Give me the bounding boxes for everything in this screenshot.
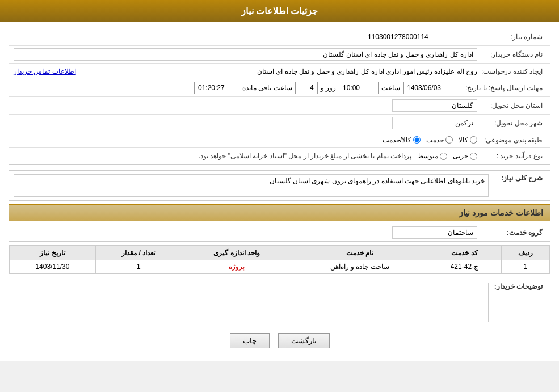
row-category: طبقه بندی موضوعی: کالا خدمت کالا/خدمت <box>9 132 550 148</box>
value-buyer-name: اداره کل راهداری و حمل و نقل جاده ای است… <box>14 48 477 61</box>
table-row: 1 ج-42-421 ساخت جاده و راه‌آهن پروژه 1 1… <box>10 260 550 273</box>
buttons-row: بازگشت چاپ <box>9 326 550 355</box>
buyer-desc-textarea[interactable] <box>14 283 489 322</box>
remain-label: ساعت باقی مانده <box>242 84 292 92</box>
services-table: ردیف کد خدمت نام خدمت واحد اندازه گیری ت… <box>9 246 550 273</box>
radio-category-group: کالا خدمت کالا/خدمت <box>383 136 477 144</box>
main-form-section: شماره نیاز: 1103001278000114 نام دستگاه … <box>9 28 550 165</box>
radio-kala-khedmat-input[interactable] <box>413 136 421 144</box>
radio-jozii-label: جزیی <box>453 152 468 160</box>
cell-unit: پروژه <box>182 260 292 273</box>
row-request-number: شماره نیاز: 1103001278000114 <box>9 28 550 46</box>
cell-code: ج-42-421 <box>427 260 502 273</box>
row-service-group: گروه خدمت: ساختمان <box>9 224 550 242</box>
radio-khedmat: خدمت <box>426 136 453 144</box>
radio-jozii-input[interactable] <box>470 153 477 160</box>
services-section-title: اطلاعات خدمات مورد نیاز <box>9 204 550 221</box>
radio-jozii: جزیی <box>453 152 477 160</box>
radio-kala-label: کالا <box>459 136 468 144</box>
header-title: جزئیات اطلاعات نیاز <box>241 6 318 16</box>
label-creator: ایجاد کننده درخواست: <box>477 68 545 75</box>
radio-mottavasset: متوسط <box>417 152 447 160</box>
label-buyer-name: نام دستگاه خریدار: <box>477 50 545 58</box>
input-days[interactable] <box>295 82 318 94</box>
table-header-row: ردیف کد خدمت نام خدمت واحد اندازه گیری ت… <box>10 246 550 260</box>
value-city: ترکمن <box>392 117 477 129</box>
radio-process-group: جزیی متوسط <box>417 152 477 160</box>
label-buyer-desc: توضیحات خریدار: <box>489 283 545 290</box>
link-contact-info[interactable]: اطلاعات تماس خریدار <box>14 68 76 75</box>
col-header-unit: واحد اندازه گیری <box>182 246 292 260</box>
col-header-qty: تعداد / مقدار <box>95 246 182 260</box>
radio-kala: کالا <box>459 136 477 144</box>
value-province: گلستان <box>392 99 477 112</box>
label-process-type: نوع فرآیند خرید : <box>477 152 545 160</box>
content-area: شماره نیاز: 1103001278000114 نام دستگاه … <box>0 22 559 361</box>
row-buyer-name: نام دستگاه خریدار: اداره کل راهداری و حم… <box>9 46 550 64</box>
col-header-id: ردیف <box>502 246 550 260</box>
row-creator: ایجاد کننده درخواست: روح اله علیزاده رئی… <box>9 64 550 79</box>
cell-id: 1 <box>502 260 550 273</box>
radio-khedmat-input[interactable] <box>445 136 453 144</box>
value-creator: روح اله علیزاده رئیس امور اداری اداره کل… <box>79 68 477 75</box>
label-category: طبقه بندی موضوعی: <box>477 136 545 144</box>
cell-name: ساخت جاده و راه‌آهن <box>292 260 427 273</box>
label-sharh: شرح کلی نیاز: <box>489 174 545 182</box>
days-label: روز و <box>321 84 336 92</box>
services-table-section: ردیف کد خدمت نام خدمت واحد اندازه گیری ت… <box>9 245 550 274</box>
page-wrapper: جزئیات اطلاعات نیاز شماره نیاز: 11030012… <box>0 0 559 361</box>
cell-qty: 1 <box>95 260 182 273</box>
sharh-section: شرح کلی نیاز: خرید تابلوهای اطلاعاتی جهت… <box>9 170 550 201</box>
page-header: جزئیات اطلاعات نیاز <box>0 0 559 22</box>
radio-mottavasset-input[interactable] <box>440 153 447 160</box>
col-header-code: کد خدمت <box>427 246 502 260</box>
label-city: شهر محل تحویل: <box>477 119 545 127</box>
value-sharh: خرید تابلوهای اطلاعاتی جهت استفاده در را… <box>14 174 489 197</box>
col-header-name: نام خدمت <box>292 246 427 260</box>
label-request-number: شماره نیاز: <box>477 33 545 41</box>
row-province: استان محل تحویل: گلستان <box>9 97 550 115</box>
radio-kala-input[interactable] <box>470 136 477 144</box>
buyer-desc-section: توضیحات خریدار: <box>9 279 550 326</box>
label-province: استان محل تحویل: <box>477 102 545 109</box>
radio-khedmat-label: خدمت <box>426 136 444 144</box>
radio-mottavasset-label: متوسط <box>417 152 438 160</box>
radio-kala-khedmat: کالا/خدمت <box>383 136 421 144</box>
process-note: پرداخت تمام یا بخشی از مبلغ خریدار از مح… <box>199 152 411 160</box>
print-button[interactable]: چاپ <box>230 333 270 348</box>
col-header-date: تاریخ نیاز <box>10 246 96 260</box>
time-label: ساعت <box>381 84 400 92</box>
input-remain-time[interactable] <box>194 82 239 94</box>
row-deadline: مهلت ارسال پاسخ: تا تاریخ: ساعت روز و سا… <box>9 79 550 97</box>
input-deadline-date[interactable] <box>403 82 465 94</box>
row-process-type: نوع فرآیند خرید : جزیی متوسط پرداخت تمام… <box>9 148 550 164</box>
label-service-group: گروه خدمت: <box>477 229 545 237</box>
cell-date: 1403/11/30 <box>10 260 96 273</box>
value-service-group: ساختمان <box>392 226 477 239</box>
label-deadline: مهلت ارسال پاسخ: تا تاریخ: <box>465 84 545 92</box>
input-deadline-time[interactable] <box>339 82 379 94</box>
row-city: شهر محل تحویل: ترکمن <box>9 115 550 132</box>
radio-kala-khedmat-label: کالا/خدمت <box>383 136 411 144</box>
value-request-number: 1103001278000114 <box>364 31 477 43</box>
back-button[interactable]: بازگشت <box>278 333 330 348</box>
